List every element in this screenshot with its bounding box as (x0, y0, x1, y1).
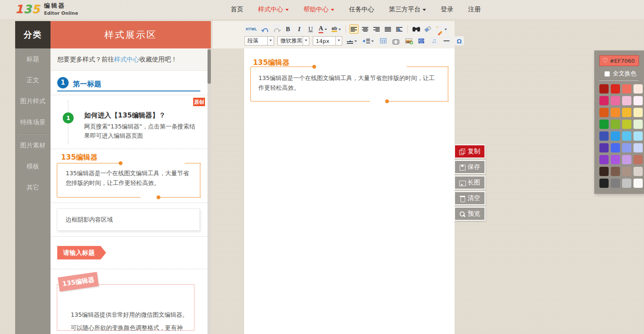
sidebar-item-special-scene[interactable]: 特殊场景 (15, 112, 51, 133)
color-swatch[interactable] (599, 167, 609, 176)
copy-button[interactable]: 复制 (454, 144, 485, 158)
sidebar-item-other[interactable]: 其它 (15, 177, 51, 198)
color-swatch[interactable] (633, 131, 643, 141)
style-sample-orange-box[interactable]: 135编辑器 135编辑器是一个在线图文编辑工具，大量节省 您排版的时间，让工作… (51, 149, 208, 203)
insert-hr-button[interactable] (442, 36, 451, 45)
color-swatch[interactable] (599, 143, 609, 152)
color-swatch[interactable] (611, 155, 620, 164)
checkbox-icon[interactable] (604, 71, 610, 77)
color-swatch[interactable] (633, 96, 643, 105)
color-swatch[interactable] (599, 84, 609, 94)
nav-item-home[interactable]: 首页 (231, 5, 243, 13)
style-sample-shadow-box[interactable]: 边框阴影内容区域 (51, 203, 208, 237)
color-swatch[interactable] (633, 84, 643, 94)
color-swatch[interactable] (611, 96, 620, 105)
nav-item-task-center[interactable]: 任务中心 (349, 5, 374, 13)
align-left-button[interactable] (349, 24, 359, 34)
paragraph-spacing-button[interactable] (346, 36, 358, 45)
insert-image-button[interactable] (404, 36, 413, 45)
color-swatch[interactable] (611, 131, 620, 141)
highlight-button[interactable]: ab (330, 24, 342, 34)
nav-item-third-party[interactable]: 第三方平台 (389, 5, 426, 13)
insert-table-button[interactable] (378, 36, 388, 45)
paragraph-select[interactable]: 段落 (245, 36, 274, 45)
save-button[interactable]: 保存 (454, 160, 485, 174)
editor-canvas[interactable]: 135编辑器 135编辑器是一个在线图文编辑工具，大量节省您排版的时间，让工 作… (244, 48, 455, 334)
indent-button[interactable] (395, 24, 404, 34)
nav-item-help-center[interactable]: 帮助中心 (303, 5, 334, 13)
color-swatch[interactable] (622, 167, 631, 176)
color-swatch[interactable] (599, 96, 609, 105)
nav-item-style-center[interactable]: 样式中心 (258, 5, 289, 13)
color-swatch[interactable] (611, 108, 620, 117)
color-swatch[interactable] (611, 84, 620, 94)
color-swatch[interactable] (633, 179, 643, 188)
redo-button[interactable] (272, 24, 281, 34)
color-swatch[interactable] (622, 108, 631, 117)
insert-video-button[interactable] (417, 36, 426, 45)
color-swatch[interactable] (599, 120, 609, 129)
style-sample-qa[interactable]: 原创 1 如何进入【135编辑器】？ 网页搜索"135编辑器"，点击第一条搜索结… (51, 95, 208, 149)
color-swatch[interactable] (622, 131, 631, 141)
style-panel-scrollbar[interactable] (208, 48, 211, 334)
current-color-button[interactable]: ♡ #EF7060 (599, 55, 639, 66)
color-swatch[interactable] (633, 167, 643, 176)
clear-button[interactable]: 清空 (454, 191, 485, 205)
color-swatch[interactable] (633, 120, 643, 129)
sidebar-item-title[interactable]: 标题 (15, 48, 51, 69)
font-size-select[interactable]: 14px (313, 36, 342, 45)
style-sample-arrow-tag[interactable]: 请输入标题 (51, 237, 208, 269)
insert-music-button[interactable]: ♫ (429, 36, 439, 45)
html-source-button[interactable]: HTML (245, 24, 258, 34)
color-swatch[interactable] (633, 108, 643, 117)
color-swatch[interactable] (622, 155, 631, 164)
insert-link-button[interactable] (391, 36, 401, 45)
color-swatch[interactable] (611, 120, 620, 129)
underline-button[interactable]: U (306, 24, 315, 34)
full-text-recolor-toggle[interactable]: 全文换色 (604, 70, 636, 77)
editor-orange-box[interactable]: 135编辑器是一个在线图文编辑工具，大量节省您排版的时间，让工 作更轻松高效。 (250, 67, 448, 101)
sidebar-item-image-style[interactable]: 图片样式 (15, 91, 51, 112)
style-sample-numbered-title[interactable]: 1 第一标题 (51, 71, 208, 95)
color-swatch[interactable] (599, 108, 609, 117)
preview-button[interactable]: 预览 (454, 207, 485, 221)
color-swatch[interactable] (622, 120, 631, 129)
color-swatch[interactable] (611, 143, 620, 152)
font-family-select[interactable]: 微软雅黑 (277, 36, 309, 45)
color-swatch[interactable] (633, 143, 643, 152)
font-color-button[interactable]: A (317, 24, 328, 34)
sidebar-item-template[interactable]: 模板 (15, 156, 51, 177)
color-swatch[interactable] (633, 155, 643, 164)
find-replace-button[interactable] (411, 24, 421, 34)
style-center-link[interactable]: 样式中心 (114, 56, 139, 63)
long-image-button[interactable]: 长图 (454, 176, 485, 190)
color-swatch[interactable] (622, 84, 631, 94)
align-justify-button[interactable] (383, 24, 393, 34)
color-swatch[interactable] (599, 179, 609, 188)
editor-content-body[interactable]: 135编辑器是一个在线图文编辑工具，大量节省您排版的时间，让工 作更轻松高效。 (258, 73, 435, 93)
color-swatch[interactable] (599, 155, 609, 164)
color-swatch[interactable] (622, 143, 631, 152)
color-swatch[interactable] (622, 96, 631, 105)
sidebar-item-body-text[interactable]: 正文 (15, 69, 51, 91)
nav-item-login[interactable]: 登录 (441, 5, 453, 13)
bold-button[interactable]: B (283, 24, 293, 34)
brand-logo[interactable]: 135 编辑器 Editor Online (15, 2, 78, 16)
line-height-button[interactable] (362, 36, 375, 45)
color-swatch[interactable] (611, 167, 620, 176)
italic-button[interactable]: I (295, 24, 304, 34)
color-swatch[interactable] (622, 179, 631, 188)
align-right-button[interactable] (372, 24, 381, 34)
eraser-button[interactable] (423, 24, 433, 34)
editor-content-title[interactable]: 135编辑器 (253, 58, 290, 67)
style-sample-pink-box[interactable]: 135编辑器提供非常好用的微信图文编辑器。 可以随心所欲的变换颜色调整格式，更有… (51, 269, 208, 334)
align-center-button[interactable] (361, 24, 370, 34)
format-magic-button[interactable] (435, 24, 448, 34)
nav-item-register[interactable]: 注册 (468, 5, 481, 13)
special-char-button[interactable]: Ω (455, 36, 464, 45)
color-swatch[interactable] (611, 179, 620, 188)
sidebar-item-image-material[interactable]: 图片素材 (15, 135, 51, 156)
scrollbar-thumb[interactable] (208, 49, 211, 84)
undo-button[interactable] (261, 24, 270, 34)
color-swatch[interactable] (599, 131, 609, 141)
